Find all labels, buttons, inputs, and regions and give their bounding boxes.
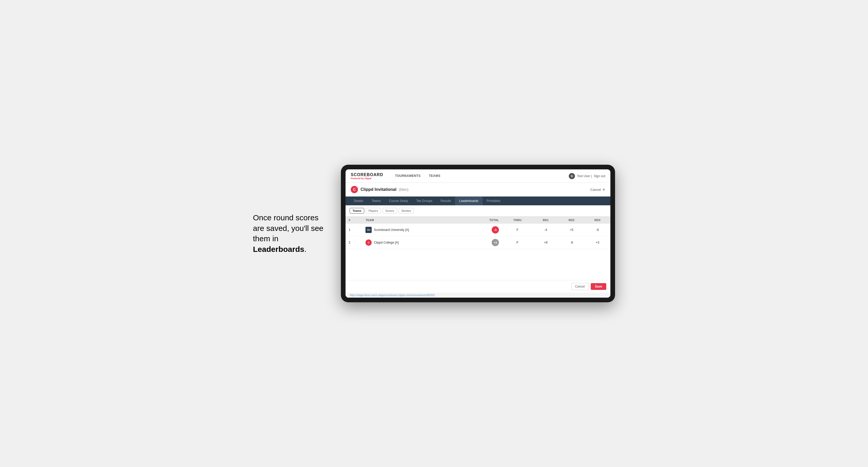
rd1-1: -4	[533, 224, 559, 236]
sign-out-link[interactable]: Sign out	[594, 174, 605, 178]
leaderboard-table-container: # TEAM TOTAL THRU RD1 RD2 RD3 1	[345, 216, 610, 249]
save-button[interactable]: Save	[591, 283, 606, 290]
filter-strokes-button[interactable]: Strokes	[399, 208, 414, 214]
score-badge-1: -5	[492, 226, 499, 234]
content-spacer	[345, 249, 610, 280]
filter-buttons: Teams Players Scores Strokes	[345, 205, 610, 216]
filter-players-button[interactable]: Players	[366, 208, 381, 214]
total-2: +3	[468, 236, 502, 249]
tournament-title-area: C Clippd Invitational (Men)	[351, 186, 408, 193]
tab-teams[interactable]: Teams	[368, 196, 385, 205]
close-icon: ✕	[602, 188, 605, 192]
tournament-header: C Clippd Invitational (Men) Cancel ✕	[345, 183, 610, 196]
tournament-icon: C	[351, 186, 358, 193]
nav-right: S Test User | Sign out	[569, 173, 605, 179]
footer-bar: Cancel Save	[345, 280, 610, 293]
tab-results[interactable]: Results	[436, 196, 455, 205]
nav-links: TOURNAMENTS TEAMS	[391, 169, 569, 183]
col-rd2: RD2	[559, 216, 585, 224]
team-logo-1: SU	[366, 227, 372, 233]
leaderboard-table: # TEAM TOTAL THRU RD1 RD2 RD3 1	[345, 216, 610, 249]
table-row: 2 C Clippd College [A] +3 F	[345, 236, 610, 249]
col-team: TEAM	[362, 216, 468, 224]
rd2-1: +5	[559, 224, 585, 236]
thru-1: F	[502, 224, 533, 236]
cancel-top-button[interactable]: Cancel ✕	[590, 188, 605, 192]
user-name: Test User |	[577, 174, 592, 178]
user-avatar: S	[569, 173, 575, 179]
col-rd1: RD1	[533, 216, 559, 224]
col-thru: THRU	[502, 216, 533, 224]
col-rank: #	[345, 216, 362, 224]
logo-text: SCOREBOARD	[351, 173, 383, 177]
rank-2: 2	[345, 236, 362, 249]
filter-scores-button[interactable]: Scores	[382, 208, 397, 214]
table-body: 1 SU Scoreboard University [A] -5 F	[345, 224, 610, 249]
app-window: SCOREBOARD Powered by clippd TOURNAMENTS…	[345, 169, 610, 298]
team-cell-1: SU Scoreboard University [A]	[362, 224, 468, 236]
total-1: -5	[468, 224, 502, 236]
rd2-2: -8	[559, 236, 585, 249]
rank-1: 1	[345, 224, 362, 236]
top-nav: SCOREBOARD Powered by clippd TOURNAMENTS…	[345, 169, 610, 183]
rd3-2: +3	[585, 236, 610, 249]
nav-teams[interactable]: TEAMS	[425, 169, 444, 183]
score-badge-2: +3	[492, 239, 499, 246]
annotation-bold: Leaderboards	[253, 245, 304, 253]
cancel-footer-button[interactable]: Cancel	[571, 283, 589, 290]
nav-tournaments[interactable]: TOURNAMENTS	[391, 169, 425, 183]
team-name-2: Clippd College [A]	[374, 241, 399, 244]
team-cell-2: C Clippd College [A]	[362, 236, 468, 249]
table-header: # TEAM TOTAL THRU RD1 RD2 RD3	[345, 216, 610, 224]
url-bar: https://stage-blue-coach.stagescoreboard…	[345, 293, 610, 298]
logo-powered: Powered by clippd	[351, 177, 383, 180]
tab-printables[interactable]: Printables	[483, 196, 505, 205]
tabs-nav: Details Teams Course Setup Tee Groups Re…	[345, 196, 610, 205]
tab-tee-groups[interactable]: Tee Groups	[412, 196, 436, 205]
tournament-gender: (Men)	[399, 187, 409, 192]
team-name-1: Scoreboard University [A]	[374, 228, 409, 232]
thru-2: F	[502, 236, 533, 249]
tab-leaderboards[interactable]: Leaderboards	[455, 196, 483, 205]
logo-area: SCOREBOARD Powered by clippd	[351, 173, 383, 180]
team-logo-2: C	[366, 240, 372, 246]
table-row: 1 SU Scoreboard University [A] -5 F	[345, 224, 610, 236]
rd1-2: +8	[533, 236, 559, 249]
tournament-name: Clippd Invitational	[361, 187, 397, 192]
tablet-device: SCOREBOARD Powered by clippd TOURNAMENTS…	[341, 165, 615, 302]
tab-course-setup[interactable]: Course Setup	[385, 196, 412, 205]
annotation-text: Once round scores are saved, you'll see …	[253, 213, 326, 254]
filter-teams-button[interactable]: Teams	[350, 208, 364, 214]
rd3-1: -6	[585, 224, 610, 236]
tab-details[interactable]: Details	[350, 196, 368, 205]
col-total: TOTAL	[468, 216, 502, 224]
col-rd3: RD3	[585, 216, 610, 224]
